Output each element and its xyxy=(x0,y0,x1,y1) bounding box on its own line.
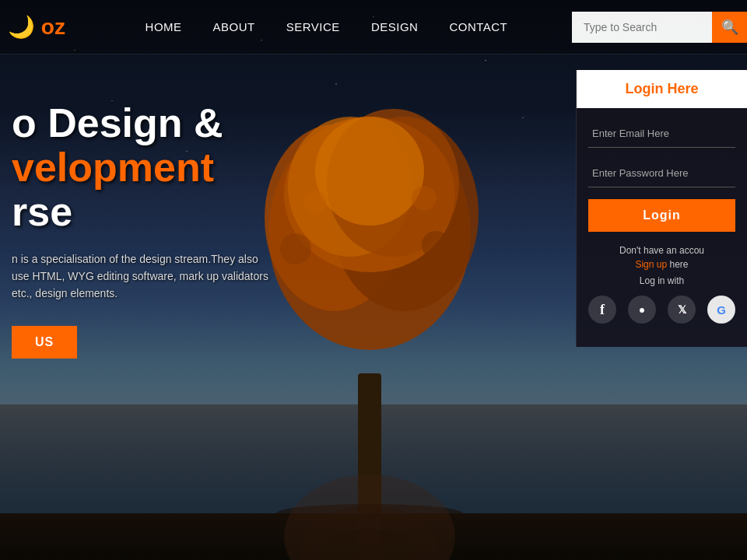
svg-point-8 xyxy=(315,117,424,226)
social-icons: f ● 𝕏 G xyxy=(588,296,735,324)
svg-point-9 xyxy=(280,233,311,264)
svg-point-10 xyxy=(422,231,450,259)
hero-title-line1: o Design & xyxy=(12,101,276,145)
facebook-icon[interactable]: f xyxy=(588,296,616,324)
logo-text: oz xyxy=(41,15,65,39)
email-input[interactable] xyxy=(588,120,735,148)
navigation: 🌙 oz HOME ABOUT SERVICE DESIGN CONTACT 🔍 xyxy=(0,0,747,54)
login-title: Login Here xyxy=(625,81,698,96)
cta-button[interactable]: US xyxy=(12,326,77,359)
hero-title-line3: rse xyxy=(12,190,276,234)
hero-title-line2: velopment xyxy=(12,145,276,190)
hero-description: n is a specialisation of the design stre… xyxy=(12,250,276,303)
log-in-with-label: Log in with xyxy=(588,275,735,286)
login-body: Login Don't have an accou Sign up here L… xyxy=(577,108,747,347)
nav-contact[interactable]: CONTACT xyxy=(449,20,507,33)
nav-service[interactable]: SERVICE xyxy=(286,20,340,33)
password-input[interactable] xyxy=(588,159,735,187)
login-panel: Login Here Login Don't have an accou Sig… xyxy=(576,70,747,347)
nav-links: HOME ABOUT SERVICE DESIGN CONTACT xyxy=(81,20,572,33)
google-icon[interactable]: G xyxy=(707,296,735,324)
svg-point-12 xyxy=(412,186,437,211)
search-icon: 🔍 xyxy=(721,19,738,36)
nav-about[interactable]: ABOUT xyxy=(213,20,255,33)
nav-design[interactable]: DESIGN xyxy=(371,20,419,33)
hero-content: o Design & velopment rse n is a speciali… xyxy=(0,101,276,359)
twitter-icon[interactable]: 𝕏 xyxy=(668,296,696,324)
instagram-icon[interactable]: ● xyxy=(628,296,656,324)
search-container: 🔍 xyxy=(572,12,747,43)
signup-link[interactable]: Sign up xyxy=(635,259,667,270)
logo-icon: 🌙 xyxy=(8,15,35,39)
login-button[interactable]: Login xyxy=(588,199,735,232)
search-button[interactable]: 🔍 xyxy=(712,12,747,43)
logo: 🌙 oz xyxy=(8,14,65,40)
search-input[interactable] xyxy=(572,12,712,43)
svg-point-11 xyxy=(303,191,327,214)
nav-home[interactable]: HOME xyxy=(146,20,182,33)
no-account-text: Don't have an accou Sign up here xyxy=(588,243,735,271)
login-header: Login Here xyxy=(577,70,747,108)
